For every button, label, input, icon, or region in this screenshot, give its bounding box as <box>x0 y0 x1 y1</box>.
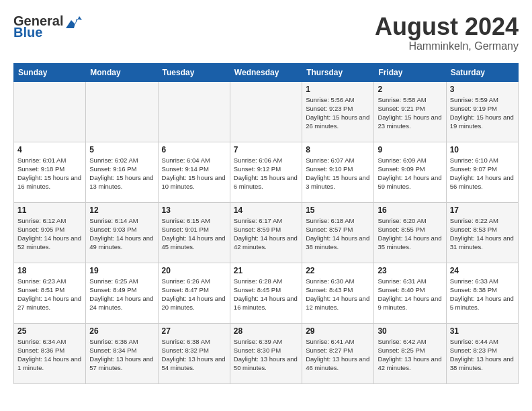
calendar-cell: 11Sunrise: 6:12 AM Sunset: 9:05 PM Dayli… <box>14 202 86 263</box>
day-number: 29 <box>306 326 370 336</box>
day-content: Sunrise: 6:33 AM Sunset: 8:38 PM Dayligh… <box>450 277 515 312</box>
calendar-cell: 10Sunrise: 6:10 AM Sunset: 9:07 PM Dayli… <box>446 142 518 202</box>
day-content: Sunrise: 6:18 AM Sunset: 8:57 PM Dayligh… <box>306 216 370 252</box>
day-content: Sunrise: 6:23 AM Sunset: 8:51 PM Dayligh… <box>17 277 82 312</box>
calendar-cell: 3Sunrise: 5:59 AM Sunset: 9:19 PM Daylig… <box>446 81 518 142</box>
day-content: Sunrise: 6:20 AM Sunset: 8:55 PM Dayligh… <box>378 216 442 252</box>
day-content: Sunrise: 6:44 AM Sunset: 8:23 PM Dayligh… <box>450 337 515 373</box>
day-content: Sunrise: 6:22 AM Sunset: 8:53 PM Dayligh… <box>450 216 515 252</box>
weekday-header-saturday: Saturday <box>446 63 518 81</box>
day-content: Sunrise: 6:25 AM Sunset: 8:49 PM Dayligh… <box>89 277 154 312</box>
calendar-cell: 18Sunrise: 6:23 AM Sunset: 8:51 PM Dayli… <box>14 263 86 323</box>
day-number: 15 <box>306 205 370 215</box>
calendar-cell: 6Sunrise: 6:04 AM Sunset: 9:14 PM Daylig… <box>158 142 230 202</box>
calendar-cell: 31Sunrise: 6:44 AM Sunset: 8:23 PM Dayli… <box>446 323 518 383</box>
day-content: Sunrise: 6:10 AM Sunset: 9:07 PM Dayligh… <box>450 156 515 191</box>
day-content: Sunrise: 5:59 AM Sunset: 9:19 PM Dayligh… <box>450 95 515 131</box>
day-content: Sunrise: 6:31 AM Sunset: 8:40 PM Dayligh… <box>378 277 442 312</box>
day-number: 21 <box>234 266 298 275</box>
day-content: Sunrise: 6:36 AM Sunset: 8:34 PM Dayligh… <box>89 337 154 373</box>
day-content: Sunrise: 6:01 AM Sunset: 9:18 PM Dayligh… <box>17 156 82 191</box>
calendar-week-row: 4Sunrise: 6:01 AM Sunset: 9:18 PM Daylig… <box>14 142 519 202</box>
day-number: 8 <box>306 145 370 154</box>
day-content: Sunrise: 6:12 AM Sunset: 9:05 PM Dayligh… <box>17 216 82 252</box>
calendar-cell: 27Sunrise: 6:38 AM Sunset: 8:32 PM Dayli… <box>158 323 230 383</box>
day-content: Sunrise: 6:42 AM Sunset: 8:25 PM Dayligh… <box>378 337 442 373</box>
day-number: 28 <box>234 326 298 336</box>
calendar-cell: 21Sunrise: 6:28 AM Sunset: 8:45 PM Dayli… <box>230 263 302 323</box>
calendar-cell: 20Sunrise: 6:26 AM Sunset: 8:47 PM Dayli… <box>158 263 230 323</box>
calendar-cell: 25Sunrise: 6:34 AM Sunset: 8:36 PM Dayli… <box>14 323 86 383</box>
day-number: 18 <box>17 266 82 275</box>
calendar-cell: 28Sunrise: 6:39 AM Sunset: 8:30 PM Dayli… <box>230 323 302 383</box>
day-content: Sunrise: 6:07 AM Sunset: 9:10 PM Dayligh… <box>306 156 370 191</box>
day-content: Sunrise: 5:56 AM Sunset: 9:23 PM Dayligh… <box>306 95 370 131</box>
calendar-cell: 22Sunrise: 6:30 AM Sunset: 8:43 PM Dayli… <box>302 263 374 323</box>
weekday-header-thursday: Thursday <box>302 63 374 81</box>
calendar-week-row: 25Sunrise: 6:34 AM Sunset: 8:36 PM Dayli… <box>14 323 519 383</box>
day-number: 6 <box>162 145 226 154</box>
day-number: 1 <box>306 85 370 94</box>
day-content: Sunrise: 6:17 AM Sunset: 8:59 PM Dayligh… <box>234 216 298 252</box>
calendar-cell: 26Sunrise: 6:36 AM Sunset: 8:34 PM Dayli… <box>86 323 158 383</box>
calendar-header-row: SundayMondayTuesdayWednesdayThursdayFrid… <box>14 63 519 81</box>
calendar-cell: 23Sunrise: 6:31 AM Sunset: 8:40 PM Dayli… <box>374 263 446 323</box>
calendar-cell <box>230 81 302 142</box>
day-number: 7 <box>234 145 298 154</box>
calendar-cell: 14Sunrise: 6:17 AM Sunset: 8:59 PM Dayli… <box>230 202 302 263</box>
calendar-cell: 9Sunrise: 6:09 AM Sunset: 9:09 PM Daylig… <box>374 142 446 202</box>
day-content: Sunrise: 6:41 AM Sunset: 8:27 PM Dayligh… <box>306 337 370 373</box>
calendar-cell: 17Sunrise: 6:22 AM Sunset: 8:53 PM Dayli… <box>446 202 518 263</box>
calendar-cell <box>14 81 86 142</box>
day-number: 14 <box>234 205 298 215</box>
weekday-header-monday: Monday <box>86 63 158 81</box>
weekday-header-wednesday: Wednesday <box>230 63 302 81</box>
calendar-week-row: 1Sunrise: 5:56 AM Sunset: 9:23 PM Daylig… <box>14 81 519 142</box>
calendar-cell: 15Sunrise: 6:18 AM Sunset: 8:57 PM Dayli… <box>302 202 374 263</box>
calendar-week-row: 18Sunrise: 6:23 AM Sunset: 8:51 PM Dayli… <box>14 263 519 323</box>
day-number: 5 <box>89 145 154 154</box>
day-number: 16 <box>378 205 442 215</box>
day-content: Sunrise: 6:38 AM Sunset: 8:32 PM Dayligh… <box>162 337 226 373</box>
day-content: Sunrise: 6:14 AM Sunset: 9:03 PM Dayligh… <box>89 216 154 252</box>
day-number: 2 <box>378 85 442 94</box>
calendar-cell: 16Sunrise: 6:20 AM Sunset: 8:55 PM Dayli… <box>374 202 446 263</box>
day-content: Sunrise: 6:02 AM Sunset: 9:16 PM Dayligh… <box>89 156 154 191</box>
day-number: 19 <box>89 266 154 275</box>
day-number: 10 <box>450 145 515 154</box>
day-content: Sunrise: 6:26 AM Sunset: 8:47 PM Dayligh… <box>162 277 226 312</box>
weekday-header-sunday: Sunday <box>14 63 86 81</box>
day-number: 11 <box>17 205 82 215</box>
day-content: Sunrise: 6:30 AM Sunset: 8:43 PM Dayligh… <box>306 277 370 312</box>
logo-bird-icon <box>66 15 82 28</box>
day-content: Sunrise: 6:09 AM Sunset: 9:09 PM Dayligh… <box>378 156 442 191</box>
day-number: 4 <box>17 145 82 154</box>
day-number: 23 <box>378 266 442 275</box>
calendar-title: August 2024 <box>375 13 519 40</box>
day-number: 22 <box>306 266 370 275</box>
calendar-cell: 8Sunrise: 6:07 AM Sunset: 9:10 PM Daylig… <box>302 142 374 202</box>
title-block: August 2024 Hamminkeln, Germany <box>375 13 519 52</box>
day-content: Sunrise: 6:34 AM Sunset: 8:36 PM Dayligh… <box>17 337 82 373</box>
day-number: 26 <box>89 326 154 336</box>
day-number: 9 <box>378 145 442 154</box>
calendar-cell: 12Sunrise: 6:14 AM Sunset: 9:03 PM Dayli… <box>86 202 158 263</box>
day-number: 12 <box>89 205 154 215</box>
day-content: Sunrise: 6:06 AM Sunset: 9:12 PM Dayligh… <box>234 156 298 191</box>
day-number: 27 <box>162 326 226 336</box>
logo: General Blue <box>13 13 82 40</box>
day-number: 17 <box>450 205 515 215</box>
calendar-cell <box>86 81 158 142</box>
weekday-header-tuesday: Tuesday <box>158 63 230 81</box>
day-content: Sunrise: 6:04 AM Sunset: 9:14 PM Dayligh… <box>162 156 226 191</box>
calendar-cell: 24Sunrise: 6:33 AM Sunset: 8:38 PM Dayli… <box>446 263 518 323</box>
day-number: 20 <box>162 266 226 275</box>
day-content: Sunrise: 5:58 AM Sunset: 9:21 PM Dayligh… <box>378 95 442 131</box>
calendar-table: SundayMondayTuesdayWednesdayThursdayFrid… <box>13 63 519 384</box>
page-header: General Blue August 2024 Hamminkeln, Ger… <box>13 13 519 52</box>
day-number: 25 <box>17 326 82 336</box>
calendar-cell <box>158 81 230 142</box>
svg-marker-0 <box>66 16 82 28</box>
day-number: 31 <box>450 326 515 336</box>
calendar-cell: 4Sunrise: 6:01 AM Sunset: 9:18 PM Daylig… <box>14 142 86 202</box>
